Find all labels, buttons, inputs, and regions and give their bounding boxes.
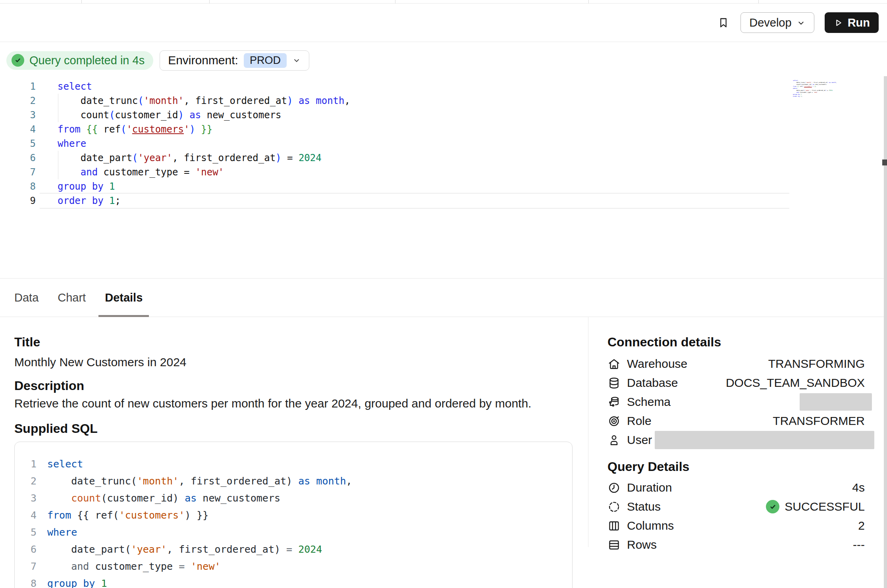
connection-row-database: DatabaseDOCS_TEAM_SANDBOX (607, 373, 865, 392)
supplied-sql-heading: Supplied SQL (14, 421, 572, 436)
success-check-icon (766, 500, 779, 513)
code-line: 8group by 1 (0, 179, 887, 194)
row-label: Rows (627, 538, 657, 551)
duration-icon (607, 481, 621, 494)
editor-minimap[interactable]: select date_trunc('month', first_ordered… (793, 80, 837, 98)
environment-label: Environment: (168, 54, 238, 67)
tab-chart[interactable]: Chart (58, 279, 86, 317)
code-line: 8group by 1 (15, 575, 572, 588)
code-line: 5where (15, 524, 572, 541)
title-value: Monthly New Customers in 2024 (14, 355, 572, 369)
supplied-sql-block: 1select2 date_trunc('month', first_order… (14, 442, 573, 588)
code-line: 4from {{ ref('customers') }} (15, 507, 572, 524)
code-line: 7 and customer_type = 'new' (15, 558, 572, 575)
toolbar: Develop Run (0, 4, 887, 42)
result-tabs: DataChartDetails (0, 279, 887, 317)
play-icon (833, 18, 843, 28)
code-line: 1select (15, 455, 572, 473)
query-details-row-duration: Duration4s (607, 478, 865, 497)
row-value: --- (853, 538, 865, 551)
row-value: 2 (858, 519, 865, 532)
tab-separator (758, 0, 759, 4)
environment-selector[interactable]: Environment: PROD (160, 50, 309, 71)
check-icon (12, 54, 24, 67)
chevron-down-icon (796, 18, 806, 27)
connection-row-role: RoleTRANSFORMER (607, 411, 865, 430)
user-icon (607, 434, 621, 447)
code-line: 4from {{ ref('customers') }} (0, 122, 887, 136)
code-line: 3 count(customer_id) as new_customers (0, 108, 887, 122)
query-details-heading: Query Details (607, 460, 865, 473)
code-line: 2 date_trunc('month', first_ordered_at) … (0, 94, 887, 108)
code-line: 7 and customer_type = 'new' (0, 165, 887, 179)
row-label: Database (627, 376, 678, 390)
code-line: 2 date_trunc('month', first_ordered_at) … (15, 473, 572, 490)
row-label: Status (627, 500, 661, 513)
connection-details-heading: Connection details (607, 335, 865, 349)
role-icon (607, 415, 621, 428)
code-line: 3 count(customer_id) as new_customers (15, 490, 572, 507)
query-status-text: Query completed in 4s (29, 54, 145, 67)
row-value: TRANSFORMER (773, 414, 865, 428)
schema-icon (607, 396, 621, 409)
connection-row-schema: Schema (607, 392, 865, 411)
details-content: Title Monthly New Customers in 2024 Desc… (0, 317, 887, 547)
scrollbar-track[interactable] (884, 76, 887, 588)
run-button-label: Run (848, 16, 870, 29)
environment-value-badge: PROD (244, 53, 287, 68)
sql-editor[interactable]: 1select2 date_trunc('month', first_order… (0, 79, 887, 279)
indent-guide (58, 94, 58, 122)
row-label: Duration (627, 481, 672, 494)
status-bar: Query completed in 4s Environment: PROD (0, 42, 887, 79)
query-details-row-status: StatusSUCCESSFUL (607, 497, 865, 516)
warehouse-icon (607, 357, 621, 371)
redacted-value (655, 431, 874, 449)
rows-icon (607, 538, 621, 551)
develop-button-label: Develop (749, 16, 791, 29)
redacted-value (800, 393, 872, 411)
chevron-down-icon (292, 56, 301, 65)
query-status-pill: Query completed in 4s (6, 51, 153, 70)
connection-row-user: User (607, 430, 865, 450)
title-heading: Title (14, 334, 572, 350)
tab-separator (209, 0, 210, 4)
row-value: 4s (852, 481, 865, 494)
current-line-highlight (40, 193, 789, 209)
scrollbar-thumb[interactable] (882, 159, 887, 165)
tab-details[interactable]: Details (105, 279, 143, 317)
description-value: Retrieve the count of new customers per … (14, 396, 572, 411)
code-line: 6 date_part('year', first_ordered_at) = … (15, 541, 572, 558)
row-label: User (627, 433, 652, 447)
tab-separator (395, 0, 395, 4)
query-details-row-rows: Rows--- (607, 535, 865, 554)
details-right-pane: Connection details WarehouseTRANSFORMING… (588, 317, 887, 547)
file-tabs-strip (0, 0, 887, 4)
row-value: SUCCESSFUL (785, 500, 865, 513)
indent-guide (58, 151, 58, 179)
run-button[interactable]: Run (825, 12, 879, 33)
code-line: 1select (0, 79, 887, 94)
tab-data[interactable]: Data (14, 279, 39, 317)
code-line: 5where (0, 136, 887, 151)
row-label: Warehouse (627, 357, 687, 371)
code-line: 6 date_part('year', first_ordered_at) = … (0, 151, 887, 165)
query-page: Develop Run Query completed in 4s Enviro… (0, 0, 887, 588)
query-details-row-columns: Columns2 (607, 516, 865, 535)
connection-row-warehouse: WarehouseTRANSFORMING (607, 354, 865, 373)
row-value: TRANSFORMING (768, 357, 865, 371)
row-label: Role (627, 414, 652, 428)
tab-separator (588, 0, 589, 4)
columns-icon (607, 519, 621, 532)
develop-button[interactable]: Develop (740, 12, 814, 33)
details-left-pane: Title Monthly New Customers in 2024 Desc… (0, 317, 588, 547)
database-icon (607, 377, 621, 390)
row-label: Columns (627, 519, 674, 532)
description-heading: Description (14, 378, 572, 393)
status-icon (607, 500, 621, 513)
tab-separator (81, 0, 82, 4)
bookmark-icon[interactable] (717, 14, 730, 31)
row-label: Schema (627, 395, 671, 409)
row-value: DOCS_TEAM_SANDBOX (726, 376, 865, 390)
